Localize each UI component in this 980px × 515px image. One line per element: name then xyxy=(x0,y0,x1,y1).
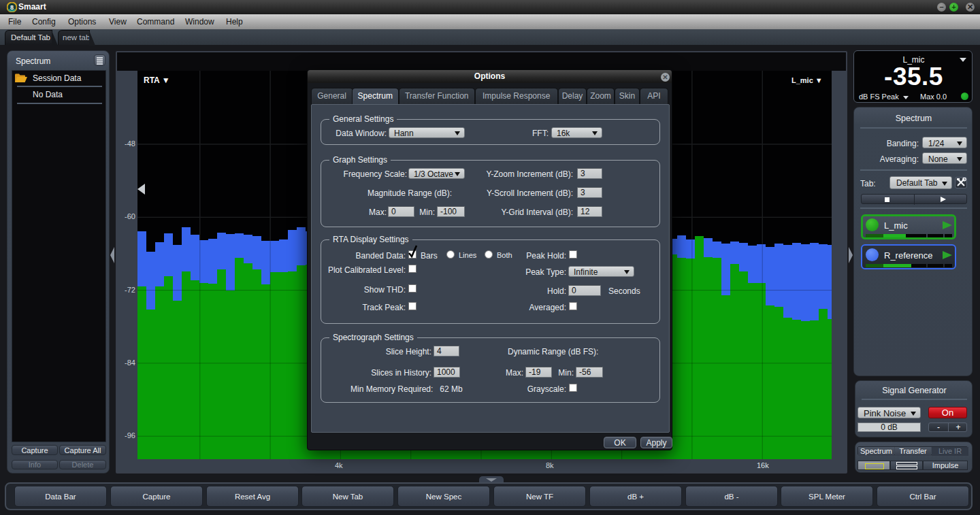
svg-text:8: 8 xyxy=(10,4,14,11)
